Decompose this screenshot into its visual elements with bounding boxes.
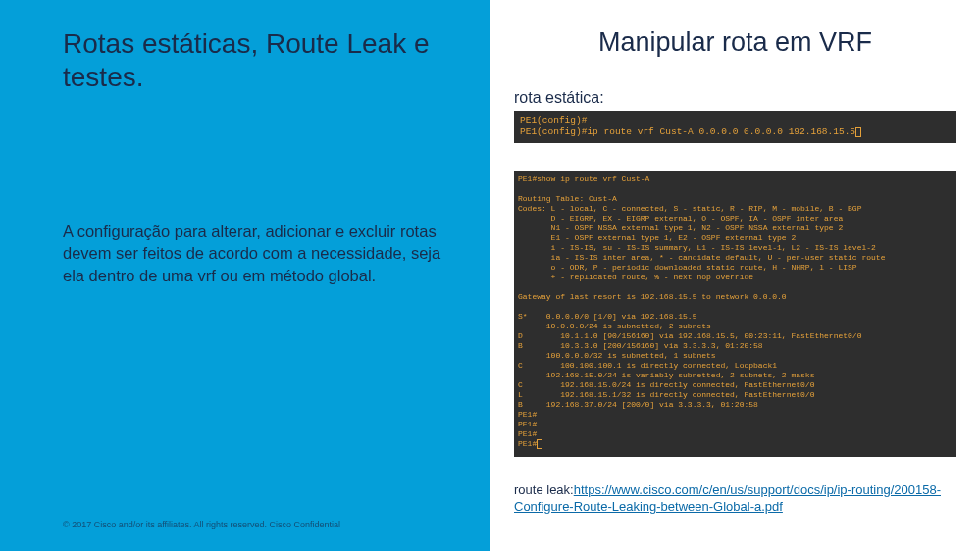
slide: Rotas estáticas, Route Leak e testes. A …: [0, 0, 980, 551]
route-leak-reference: route leak:https://www.cisco.com/c/en/us…: [514, 482, 956, 516]
terminal-line: PE1(config)#: [520, 115, 587, 125]
right-panel: Manipular rota em VRF rota estática: PE1…: [490, 0, 980, 551]
right-title: Manipular rota em VRF: [514, 27, 956, 58]
route-leak-label: route leak:: [514, 482, 574, 497]
footer-copyright: © 2017 Cisco and/or its affiliates. All …: [63, 520, 340, 529]
terminal-config: PE1(config)# PE1(config)#ip route vrf Cu…: [514, 111, 956, 143]
cursor-icon: [537, 439, 542, 449]
terminal-line: PE1(config)#ip route vrf Cust-A 0.0.0.0 …: [520, 126, 855, 137]
left-title: Rotas estáticas, Route Leak e testes.: [63, 27, 451, 93]
left-panel: Rotas estáticas, Route Leak e testes. A …: [0, 0, 490, 551]
terminal-show-route: PE1#show ip route vrf Cust-A Routing Tab…: [514, 171, 956, 457]
static-route-label: rota estática:: [514, 89, 956, 107]
terminal-output: PE1#show ip route vrf Cust-A Routing Tab…: [518, 175, 885, 448]
cursor-icon: [855, 127, 861, 137]
route-leak-link[interactable]: https://www.cisco.com/c/en/us/support/do…: [514, 482, 941, 514]
left-body: A configuração para alterar, adicionar e…: [63, 221, 451, 286]
